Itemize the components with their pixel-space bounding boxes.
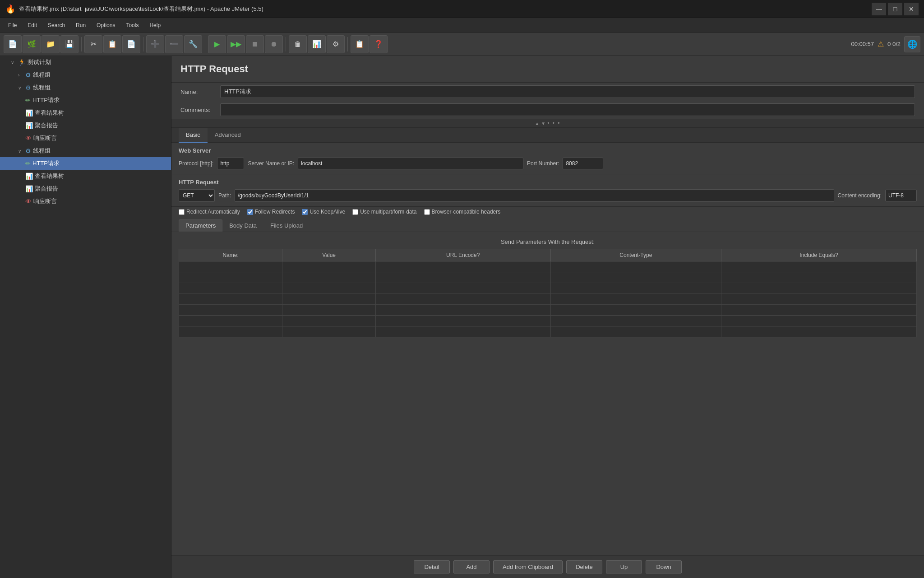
checkbox-redirect-auto[interactable]: Redirect Automatically bbox=[179, 209, 240, 215]
web-server-title: Web Server bbox=[179, 147, 917, 154]
cell-value bbox=[282, 294, 376, 305]
remote-button[interactable]: ⚙ bbox=[327, 35, 345, 53]
clear-button[interactable]: 🗑 bbox=[289, 35, 307, 53]
start-no-pause-button[interactable]: ▶▶ bbox=[227, 35, 245, 53]
http-req-2-icon: ✏ bbox=[25, 160, 31, 167]
stop-button[interactable]: ⏹ bbox=[246, 35, 264, 53]
templates-button[interactable]: 🌿 bbox=[23, 35, 41, 53]
thread-group-2-icon: ⚙ bbox=[25, 84, 31, 91]
checkbox-follow-redirects[interactable]: Follow Redirects bbox=[247, 209, 295, 215]
timer-display: 00:00:57 bbox=[851, 41, 874, 47]
close-button[interactable]: ✕ bbox=[904, 3, 919, 15]
timer-area: 00:00:57 ⚠ 0 0/2 🌐 bbox=[851, 36, 920, 52]
toggle-test-plan[interactable]: ∨ bbox=[11, 60, 16, 65]
redirect-checkbox[interactable] bbox=[179, 209, 185, 215]
sidebar-item-thread-group-3[interactable]: ∨ ⚙ 线程组 bbox=[0, 144, 171, 157]
paste-button[interactable]: 📄 bbox=[122, 35, 140, 53]
method-select[interactable]: GET POST PUT DELETE bbox=[179, 189, 215, 202]
cut-button[interactable]: ✂ bbox=[84, 35, 102, 53]
minimize-button[interactable]: — bbox=[872, 3, 886, 15]
menu-edit[interactable]: Edit bbox=[23, 20, 42, 30]
toolbar-remove-button[interactable]: ➖ bbox=[165, 35, 183, 53]
open-button[interactable]: 📁 bbox=[42, 35, 60, 53]
cell-value bbox=[282, 326, 376, 337]
down-button[interactable]: Down bbox=[646, 560, 682, 573]
checkbox-keepalive[interactable]: Use KeepAlive bbox=[302, 209, 345, 215]
sidebar-item-test-plan[interactable]: ∨ 🏃 测试计划 bbox=[0, 56, 171, 69]
sidebar-item-result-tree-1[interactable]: 📊 查看结果树 bbox=[0, 107, 171, 119]
toggle-thread-group-2[interactable]: ∨ bbox=[18, 85, 23, 90]
sidebar-item-aggregate-2[interactable]: 📊 聚合报告 bbox=[0, 182, 171, 195]
function-helper-button[interactable]: 📊 bbox=[308, 35, 326, 53]
up-button[interactable]: Up bbox=[606, 560, 642, 573]
inner-tab-body-data[interactable]: Body Data bbox=[222, 219, 263, 232]
down-arrow[interactable]: ▼ bbox=[541, 121, 545, 126]
expand-button[interactable]: 🔧 bbox=[184, 35, 202, 53]
tab-advanced[interactable]: Advanced bbox=[208, 128, 248, 143]
title-bar: 🔥 查看结果树.jmx (D:\start_java\JUC\workspace… bbox=[0, 0, 924, 18]
keepalive-checkbox[interactable] bbox=[302, 209, 308, 215]
multipart-checkbox[interactable] bbox=[352, 209, 358, 215]
protocol-input[interactable] bbox=[217, 158, 244, 169]
sidebar-item-thread-group-2[interactable]: ∨ ⚙ 线程组 bbox=[0, 81, 171, 94]
sidebar-item-http-req-2[interactable]: ✏ HTTP请求 bbox=[0, 157, 171, 170]
delete-button[interactable]: Delete bbox=[566, 560, 602, 573]
add-button[interactable]: Add bbox=[453, 560, 490, 573]
cell-name bbox=[179, 294, 282, 305]
detail-button[interactable]: Detail bbox=[414, 560, 450, 573]
table-row bbox=[179, 294, 917, 305]
checkbox-multipart[interactable]: Use multipart/form-data bbox=[352, 209, 416, 215]
main-layout: ∨ 🏃 测试计划 › ⚙ 线程组 ∨ ⚙ 线程组 ✏ HTTP请求 📊 查看结果… bbox=[0, 56, 924, 578]
help-button[interactable]: ❓ bbox=[370, 35, 388, 53]
comments-label: Comments: bbox=[180, 107, 217, 113]
up-arrow[interactable]: ▲ bbox=[535, 121, 539, 126]
toggle-thread-group-1[interactable]: › bbox=[18, 73, 23, 78]
encoding-input[interactable] bbox=[885, 190, 917, 201]
server-input[interactable] bbox=[298, 158, 523, 169]
cell-include-equals bbox=[721, 294, 917, 305]
tab-basic[interactable]: Basic bbox=[179, 128, 208, 143]
sidebar: ∨ 🏃 测试计划 › ⚙ 线程组 ∨ ⚙ 线程组 ✏ HTTP请求 📊 查看结果… bbox=[0, 56, 171, 578]
toolbar-add-button[interactable]: ➕ bbox=[146, 35, 164, 53]
sidebar-item-result-tree-2[interactable]: 📊 查看结果树 bbox=[0, 170, 171, 182]
name-input[interactable] bbox=[220, 85, 915, 98]
checkbox-browser-compat[interactable]: Browser-compatible headers bbox=[424, 209, 501, 215]
browser-compat-checkbox[interactable] bbox=[424, 209, 430, 215]
log-level-button[interactable]: 📋 bbox=[351, 35, 369, 53]
port-input[interactable] bbox=[563, 158, 603, 169]
thread-group-3-label: 线程组 bbox=[33, 147, 51, 155]
follow-redirects-checkbox[interactable] bbox=[247, 209, 253, 215]
toggle-thread-group-3[interactable]: ∨ bbox=[18, 149, 23, 154]
add-from-clipboard-button[interactable]: Add from Clipboard bbox=[493, 560, 563, 573]
result-tree-1-label: 查看结果树 bbox=[35, 109, 64, 117]
menu-options[interactable]: Options bbox=[92, 20, 120, 30]
cell-urlencode bbox=[375, 326, 550, 337]
save-button[interactable]: 💾 bbox=[60, 35, 79, 53]
sidebar-item-assert-1[interactable]: 👁 响应断言 bbox=[0, 132, 171, 144]
warn-count: 0 0/2 bbox=[887, 41, 901, 47]
sidebar-item-thread-group-1[interactable]: › ⚙ 线程组 bbox=[0, 69, 171, 81]
sidebar-item-assert-2[interactable]: 👁 响应断言 bbox=[0, 195, 171, 208]
menu-run[interactable]: Run bbox=[71, 20, 90, 30]
comments-input[interactable] bbox=[220, 103, 915, 116]
menu-help[interactable]: Help bbox=[145, 20, 165, 30]
sidebar-item-http-req-1[interactable]: ✏ HTTP请求 bbox=[0, 94, 171, 107]
path-input[interactable] bbox=[235, 189, 834, 202]
menu-search[interactable]: Search bbox=[43, 20, 69, 30]
cell-content-type bbox=[550, 272, 721, 283]
inner-tab-files-upload[interactable]: Files Upload bbox=[263, 219, 310, 232]
shutdown-button[interactable]: ⏺ bbox=[265, 35, 283, 53]
web-server-row: Protocol [http]: Server Name or IP: Port… bbox=[179, 158, 917, 169]
globe-button[interactable]: 🌐 bbox=[904, 36, 920, 52]
copy-button[interactable]: 📋 bbox=[103, 35, 121, 53]
start-button[interactable]: ▶ bbox=[208, 35, 226, 53]
inner-tab-parameters[interactable]: Parameters bbox=[179, 219, 222, 232]
menu-file[interactable]: File bbox=[4, 20, 21, 30]
sidebar-item-aggregate-1[interactable]: 📊 聚合报告 bbox=[0, 119, 171, 132]
bottom-buttons: Detail Add Add from Clipboard Delete Up … bbox=[171, 555, 924, 578]
thread-group-3-icon: ⚙ bbox=[25, 147, 31, 154]
cell-content-type bbox=[550, 316, 721, 326]
maximize-button[interactable]: □ bbox=[888, 3, 902, 15]
menu-tools[interactable]: Tools bbox=[121, 20, 143, 30]
new-button[interactable]: 📄 bbox=[4, 35, 22, 53]
